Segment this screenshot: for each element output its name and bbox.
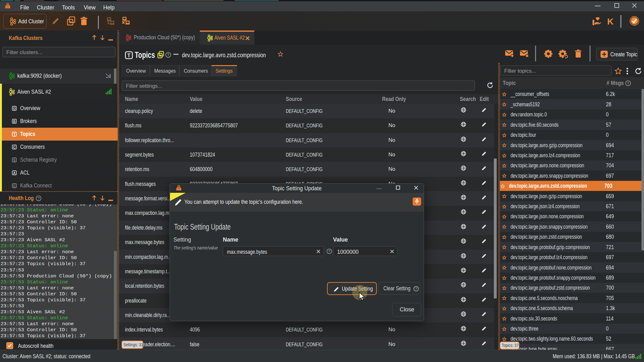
svg-text:T: T	[13, 132, 15, 136]
svg-text:?: ?	[37, 196, 40, 201]
svg-text:?: ?	[627, 81, 629, 86]
svg-text:B: B	[13, 120, 16, 123]
svg-text:O: O	[13, 107, 16, 110]
svg-text:S: S	[13, 158, 15, 162]
svg-text:T: T	[127, 53, 131, 58]
svg-text:C: C	[13, 184, 16, 188]
svg-text:?: ?	[167, 53, 169, 57]
svg-text:A: A	[13, 171, 16, 175]
svg-text:?: ?	[328, 249, 330, 253]
svg-text:?: ?	[415, 287, 417, 291]
svg-text:C: C	[13, 145, 16, 149]
